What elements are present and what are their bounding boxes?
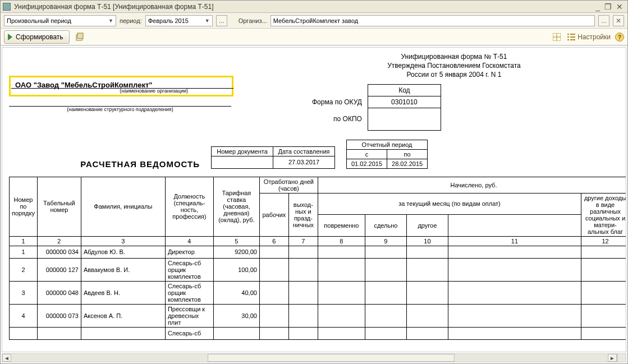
cell: 000000 048	[37, 281, 81, 304]
form-approval-block: Унифицированная форма № Т-51 Утверждена …	[183, 52, 626, 80]
col-c9: сдельно	[365, 215, 406, 237]
cell: 9200,00	[213, 246, 259, 258]
table-row: 1000000 034Абдулов Ю. В.Директор9200,00	[10, 246, 627, 258]
cell: Аввакумов В. И.	[81, 258, 165, 281]
svg-rect-8	[570, 36, 575, 38]
settings-button[interactable]: Настройки	[567, 33, 611, 41]
cell: 4	[10, 304, 38, 327]
cell	[406, 281, 448, 304]
cell: Слесарь-сб	[165, 327, 213, 339]
period-picker-button[interactable]: ...	[216, 15, 227, 26]
org-clear-button[interactable]: ✕	[613, 15, 624, 26]
approval-line2: Утверждена Постановлением Госкомстата	[183, 61, 626, 70]
cell: Аксенов А. П.	[81, 304, 165, 327]
cell	[318, 281, 365, 304]
report-period-hdr: Отчетный период	[347, 140, 428, 149]
save-settings-icon[interactable]	[74, 31, 86, 43]
scroll-right-arrow[interactable]: ►	[608, 354, 617, 362]
col-number: 8	[318, 236, 365, 246]
period-from-hdr: с	[347, 149, 387, 159]
help-button[interactable]: ?	[615, 33, 624, 42]
workarea: ОАО "Завод "МебельСтройКомплект" (наимен…	[1, 45, 627, 363]
cell	[581, 246, 627, 258]
cell	[318, 327, 365, 339]
table-row: 4000000 073Аксенов А. П.Прессовщи к древ…	[10, 304, 627, 327]
docdate-value: 27.03.2017	[273, 156, 335, 168]
toolbar-actions: Сформировать Настройки ?	[1, 29, 627, 45]
docnum-hdr: Номер документа	[212, 146, 273, 156]
cell	[318, 258, 365, 281]
scroll-track[interactable]	[11, 354, 608, 362]
minimize-button[interactable]: _	[593, 2, 602, 11]
report-period-table: Отчетный период с по 01.02.2015 28.02.20…	[346, 140, 428, 169]
period-from-value: 01.02.2015	[347, 159, 387, 168]
svg-rect-1	[77, 33, 83, 39]
table-row: Слесарь-сб	[10, 327, 627, 339]
cell	[448, 258, 581, 281]
restore-button[interactable]: ❐	[602, 2, 614, 11]
col-tab: Табельный номер	[37, 177, 81, 236]
col-accr-hdr: Начислено, руб.	[318, 177, 626, 193]
col-fio: Фамилия, инициалы	[81, 177, 165, 236]
org-picker-button[interactable]: ...	[598, 15, 609, 26]
period-value: Февраль 2015	[148, 17, 189, 24]
generate-label: Сформировать	[16, 33, 63, 41]
app-icon	[3, 3, 11, 11]
col-number: 2	[37, 236, 81, 246]
cell: 000000 034	[37, 246, 81, 258]
col-number: 3	[81, 236, 165, 246]
okud-label: Форма по ОКУД	[306, 96, 368, 108]
scroll-left-arrow[interactable]: ◄	[2, 354, 11, 362]
cell	[365, 246, 406, 258]
col-c11: другие доходы в виде различных социальны…	[581, 193, 627, 236]
col-c10: другое	[406, 215, 448, 237]
cell	[10, 327, 38, 339]
cell	[318, 304, 365, 327]
col-number: 11	[448, 236, 581, 246]
col-number: 10	[406, 236, 448, 246]
cell	[288, 258, 318, 281]
cell: 000000 073	[37, 304, 81, 327]
cell: 1	[10, 246, 38, 258]
scroll-thumb[interactable]	[208, 354, 455, 362]
dropdown-icon: ▼	[205, 18, 210, 24]
document-title: РАСЧЕТНАЯ ВЕДОМОСТЬ	[9, 159, 200, 169]
col-c8: повременно	[318, 215, 365, 237]
cell	[406, 304, 448, 327]
table-row: 2000000 127Аввакумов В. И.Слесарь-сб орщ…	[10, 258, 627, 281]
org-name-highlight: ОАО "Завод "МебельСтройКомплект" (наимен…	[9, 76, 233, 96]
cell	[259, 304, 288, 327]
col-weekend: выход-ных и празд-ничных	[288, 193, 318, 236]
col-work-days: рабочих	[259, 193, 288, 236]
cell	[318, 246, 365, 258]
period-combo[interactable]: Февраль 2015 ▼	[145, 15, 213, 26]
cell: 2	[10, 258, 38, 281]
cell: 100,00	[213, 258, 259, 281]
period-to-value: 28.02.2015	[387, 159, 428, 168]
settings-label: Настройки	[577, 33, 611, 41]
cell	[581, 304, 627, 327]
col-number: 7	[288, 236, 318, 246]
docnum-table: Номер документа Дата составления 27.03.2…	[211, 146, 335, 169]
cell: 30,00	[213, 304, 259, 327]
cell: Слесарь-сб орщик комплектов	[165, 258, 213, 281]
code-table: Код Форма по ОКУД 0301010 по ОКПО	[306, 84, 441, 131]
main-table: Номер по порядку Табельный номер Фамилия…	[9, 177, 626, 340]
h-scrollbar[interactable]: ◄ ►	[2, 353, 617, 362]
document: ОАО "Завод "МебельСтройКомплект" (наимен…	[2, 48, 626, 352]
close-button[interactable]: ✕	[614, 2, 625, 11]
report-scroll[interactable]: ОАО "Завод "МебельСтройКомплект" (наимен…	[2, 47, 626, 352]
okpo-label: по ОКПО	[306, 108, 368, 130]
cell: Прессовщи к древесных плит	[165, 304, 213, 327]
cell	[448, 246, 581, 258]
cell: 3	[10, 281, 38, 304]
svg-rect-9	[567, 39, 569, 40]
org-input[interactable]: МебельСтройКомплект завод	[271, 15, 595, 26]
cell	[365, 304, 406, 327]
cell	[288, 281, 318, 304]
period-label: период:	[120, 17, 142, 24]
svg-rect-6	[570, 34, 575, 35]
generate-button[interactable]: Сформировать	[4, 30, 70, 44]
grid-icon[interactable]	[551, 31, 563, 43]
period-mode-combo[interactable]: Произвольный период ▼	[4, 15, 116, 26]
